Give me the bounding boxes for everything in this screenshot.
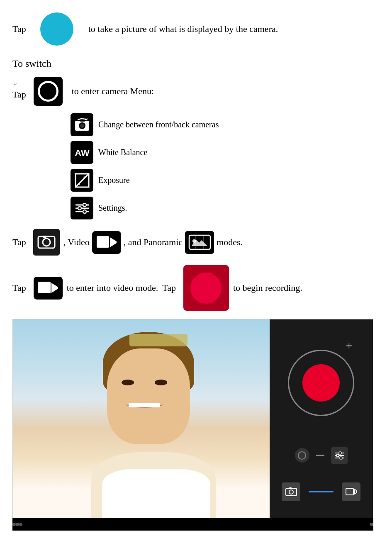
tap-label-3: Tap [12,237,26,248]
menu-item-white-balance-label: White Balance [98,148,147,157]
svg-rect-3 [80,119,85,122]
video-mode-icon-inline [92,231,121,254]
svg-rect-38 [346,488,353,495]
svg-point-19 [43,239,50,246]
dot-4 [370,523,373,526]
svg-text:-: - [78,181,80,188]
menu-item-exposure: - + Exposure [71,169,380,192]
bottom-strip [12,518,373,531]
tap-label-5: Tap [162,283,176,293]
svg-point-15 [78,207,81,210]
to-switch-label: To switch [12,58,51,69]
camera-controls-panel: + [270,319,373,518]
svg-point-2 [80,124,84,128]
tap-menu-text: to enter camera Menu: [72,86,154,97]
mode-row-text2: , and Panoramic [124,237,183,248]
settings-icon [71,197,93,219]
svg-point-34 [340,457,342,459]
tap-label-2: Tap [12,89,26,100]
svg-point-30 [339,452,341,454]
small-circle-icon [295,448,309,463]
lower-controls [295,447,348,464]
white-balance-icon: AW [71,141,93,164]
mode-indicator-line [309,491,334,492]
svg-marker-22 [110,237,117,247]
svg-point-32 [336,454,339,457]
video-row-text2: to begin recording. [233,283,302,293]
dot-3 [19,523,22,526]
shutter-button-icon [36,8,78,50]
svg-rect-37 [289,487,292,489]
screenshot-preview: + [12,319,373,518]
svg-rect-27 [38,282,51,293]
svg-rect-21 [97,236,109,248]
zoom-plus-icon: + [346,339,352,353]
menu-item-front-back-label: Change between front/back cameras [98,120,219,129]
quote-mark: “ [14,83,17,89]
tap-shutter-text: to take a picture of what is displayed b… [88,24,278,34]
record-button-icon [183,265,229,311]
dot-1 [12,523,16,526]
video-row-text1: to enter into video mode. [67,283,158,293]
dot-2 [16,523,19,526]
camera-menu-icon [34,77,63,106]
tap-label-4: Tap [12,283,26,293]
bottom-camera-icon[interactable] [282,482,300,501]
record-center-button[interactable] [302,364,340,402]
svg-point-36 [289,490,293,494]
bottom-video-icon[interactable] [342,482,360,501]
panoramic-mode-icon [185,231,214,254]
exposure-icon: - + [71,169,93,192]
menu-item-settings: Settings. [71,197,380,219]
dash-separator [316,455,324,456]
svg-text:AW: AW [75,148,90,158]
menu-item-settings-label: Settings. [98,203,127,213]
photo-preview [13,319,270,518]
svg-rect-20 [43,236,46,238]
menu-item-front-back: Change between front/back cameras [71,113,380,136]
svg-point-24 [192,239,196,243]
tap-label-1: Tap [12,24,26,34]
mode-row-suffix: modes. [217,237,243,248]
recording-dial: + [284,337,358,429]
svg-marker-28 [51,283,58,293]
mode-row-text1: , Video [63,237,90,248]
front-back-camera-icon [71,113,93,136]
svg-marker-39 [354,489,357,494]
menu-item-exposure-label: Exposure [98,175,130,185]
svg-rect-35 [286,488,297,496]
bottom-bar [282,482,360,501]
video-mode-icon-tap [34,277,63,300]
menu-item-white-balance: AW White Balance [71,141,380,164]
svg-point-13 [83,203,86,207]
svg-text:+: + [83,174,86,181]
settings-small-icon [331,447,348,464]
svg-point-17 [83,210,86,213]
camera-mode-icon-tap [32,228,61,257]
